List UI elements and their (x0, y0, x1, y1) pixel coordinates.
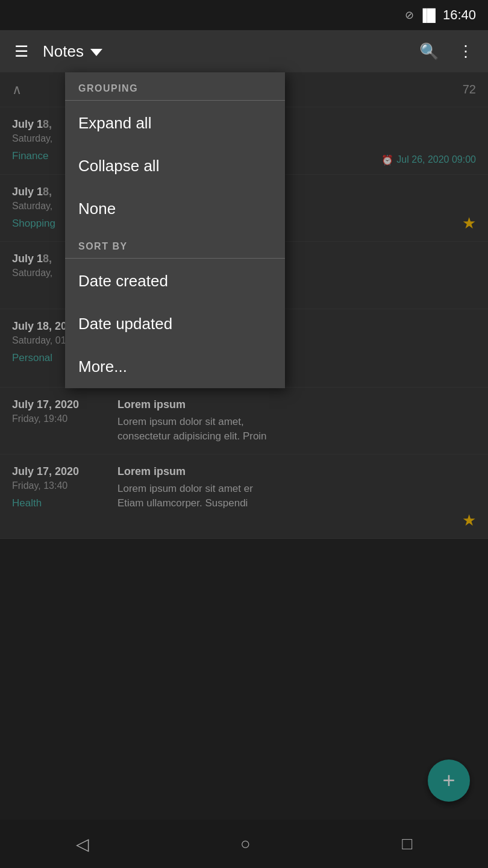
grouping-section-label: GROUPING (65, 72, 285, 99)
toolbar: ☰ Notes 🔍 ⋮ (0, 30, 488, 72)
home-button[interactable]: ○ (226, 827, 265, 861)
date-created-item[interactable]: Date created (65, 260, 285, 303)
status-time: 16:40 (443, 7, 476, 23)
date-updated-item[interactable]: Date updated (65, 303, 285, 345)
battery-icon: ▐█ (419, 8, 436, 22)
more-options-icon[interactable]: ⋮ (453, 37, 478, 66)
app-title: Notes (43, 42, 405, 61)
sort-by-section-label: SORT BY (65, 230, 285, 257)
status-bar: ⊘ ▐█ 16:40 (0, 0, 488, 30)
nav-bar: ◁ ○ □ (0, 820, 488, 868)
menu-divider (65, 100, 285, 101)
menu-icon[interactable]: ☰ (10, 37, 33, 66)
search-icon[interactable]: 🔍 (414, 37, 443, 66)
recents-button[interactable]: □ (387, 827, 427, 861)
back-button[interactable]: ◁ (61, 827, 104, 861)
expand-all-item[interactable]: Expand all (65, 102, 285, 145)
collapse-all-item[interactable]: Collapse all (65, 145, 285, 187)
more-item[interactable]: More... (65, 345, 285, 388)
dropdown-menu: GROUPING Expand all Collapse all None SO… (65, 72, 285, 388)
menu-divider-2 (65, 258, 285, 259)
no-sim-icon: ⊘ (405, 8, 414, 22)
status-icons: ⊘ ▐█ (405, 8, 436, 22)
none-item[interactable]: None (65, 187, 285, 230)
title-text: Notes (43, 42, 84, 60)
dropdown-triangle (90, 49, 102, 56)
